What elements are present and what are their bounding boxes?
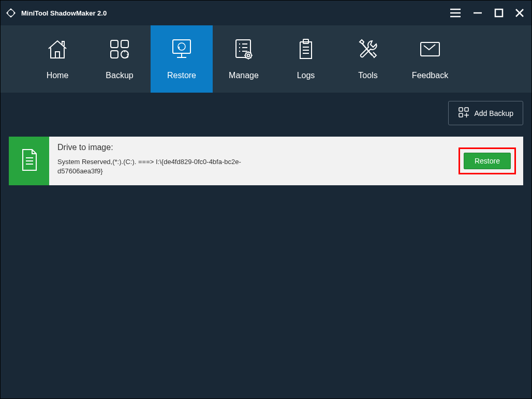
nav-label: Feedback bbox=[412, 71, 448, 80]
nav-item-feedback[interactable]: Feedback bbox=[399, 25, 461, 93]
nav-item-manage[interactable]: Manage bbox=[213, 25, 275, 93]
backup-item-info: Drive to image: System Reserved,(*:).(C:… bbox=[49, 137, 459, 185]
home-icon bbox=[46, 38, 69, 61]
backup-item: Drive to image: System Reserved,(*:).(C:… bbox=[9, 137, 523, 185]
tools-icon bbox=[357, 38, 379, 61]
app-logo-icon bbox=[5, 7, 17, 19]
add-backup-label: Add Backup bbox=[475, 109, 514, 117]
content-area: Add Backup Drive to image: System R bbox=[1, 93, 531, 398]
minimize-icon[interactable] bbox=[472, 8, 483, 18]
svg-rect-10 bbox=[111, 51, 118, 58]
svg-rect-9 bbox=[121, 40, 128, 48]
svg-rect-32 bbox=[465, 108, 468, 111]
maximize-icon[interactable] bbox=[494, 8, 504, 18]
nav-label: Restore bbox=[167, 71, 196, 80]
add-backup-grid-icon bbox=[458, 107, 469, 120]
window-controls bbox=[450, 8, 524, 18]
title-bar: MiniTool ShadowMaker 2.0 bbox=[1, 1, 531, 25]
manage-icon bbox=[233, 38, 255, 61]
svg-rect-12 bbox=[173, 40, 190, 53]
nav-item-logs[interactable]: Logs bbox=[275, 25, 337, 93]
nav-label: Home bbox=[47, 71, 69, 80]
restore-icon bbox=[170, 38, 194, 61]
backup-item-title: Drive to image: bbox=[57, 143, 450, 152]
svg-rect-4 bbox=[495, 9, 503, 17]
app-window: MiniTool ShadowMaker 2.0 bbox=[1, 1, 531, 398]
svg-rect-8 bbox=[111, 40, 118, 48]
svg-rect-31 bbox=[459, 108, 463, 111]
title-left: MiniTool ShadowMaker 2.0 bbox=[5, 7, 107, 19]
nav-item-tools[interactable]: Tools bbox=[337, 25, 399, 93]
restore-highlight: Restore bbox=[459, 147, 516, 174]
backup-icon bbox=[108, 38, 131, 61]
nav-label: Logs bbox=[297, 71, 315, 80]
close-icon[interactable] bbox=[515, 8, 524, 18]
nav-item-backup[interactable]: Backup bbox=[88, 25, 151, 93]
nav-label: Backup bbox=[106, 71, 133, 80]
toolbar: Add Backup bbox=[9, 101, 523, 125]
document-icon bbox=[19, 147, 39, 174]
nav-label: Manage bbox=[229, 71, 259, 80]
logs-icon bbox=[296, 38, 316, 61]
svg-rect-33 bbox=[459, 113, 463, 117]
nav-item-home[interactable]: Home bbox=[26, 25, 88, 93]
backup-item-details: System Reserved,(*:).(C:). ===> I:\{de4f… bbox=[57, 157, 254, 176]
backup-item-actions: Restore bbox=[459, 137, 523, 185]
backup-item-icon-section bbox=[9, 137, 49, 185]
nav-item-restore[interactable]: Restore bbox=[151, 25, 213, 93]
nav-bar: Home Backup bbox=[1, 25, 531, 93]
feedback-icon bbox=[419, 38, 441, 61]
svg-rect-7 bbox=[55, 52, 60, 58]
menu-icon[interactable] bbox=[450, 8, 461, 18]
nav-label: Tools bbox=[358, 71, 377, 80]
add-backup-button[interactable]: Add Backup bbox=[448, 101, 524, 125]
app-title: MiniTool ShadowMaker 2.0 bbox=[21, 9, 107, 17]
restore-button[interactable]: Restore bbox=[464, 153, 511, 169]
